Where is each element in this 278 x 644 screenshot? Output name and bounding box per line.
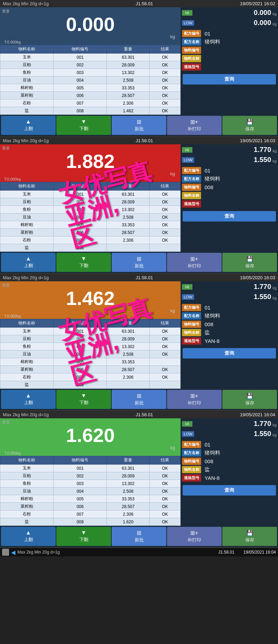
info-btn-0[interactable]: 配方编号 (182, 167, 201, 174)
action-btn-保存[interactable]: 💾 保存 (222, 116, 277, 135)
info-btn-3[interactable]: 物料名称 (182, 55, 201, 62)
tare-label: T:0.000kg (3, 177, 178, 181)
cell-7-0: 盐 (0, 107, 54, 115)
cell-6-2: 2.306 (107, 510, 150, 518)
cell-0-1: 001 (54, 465, 107, 472)
btn-label-1: 下翻 (79, 263, 88, 269)
action-btn-下翻[interactable]: ▼ 下翻 (56, 390, 111, 409)
table-row: 菜籽粕00628.507OK (0, 366, 181, 373)
action-btn-补打印[interactable]: ⊞+ 补打印 (167, 253, 222, 272)
cell-2-3: OK (150, 343, 181, 351)
right-panel: HI 1.770 kg LOW 1.550 kg 配方编号01配方名称猪饲料物料… (181, 144, 278, 252)
action-btn-上翻[interactable]: ▲ 上翻 (1, 253, 56, 272)
info-value-0: 01 (202, 168, 211, 174)
query-button[interactable]: 查询 (183, 74, 276, 84)
cell-5-1: 006 (54, 366, 107, 373)
info-btn-1[interactable]: 配方名称 (182, 175, 201, 183)
btn-label-2: 新批 (135, 126, 144, 132)
action-btn-保存[interactable]: 💾 保存 (222, 527, 277, 546)
table-row: 棉籽粕00533.353OK (0, 84, 181, 92)
action-btn-补打印[interactable]: ⊞+ 补打印 (167, 390, 222, 409)
low-value: 0.000 (194, 19, 272, 27)
action-btn-上翻[interactable]: ▲ 上翻 (1, 390, 56, 409)
cell-7-2 (107, 381, 150, 389)
low-unit: kg (272, 433, 277, 438)
cell-6-3: OK (150, 99, 181, 107)
info-btn-1[interactable]: 配方名称 (182, 312, 201, 320)
action-btn-新批[interactable]: ⊞ 新批 (112, 527, 166, 546)
hi-row: HI 1.770 kg (182, 420, 277, 428)
header-center: J1.58.01 (136, 138, 153, 143)
hi-label: HI (182, 10, 192, 16)
cell-2-0: 鱼粉 (0, 480, 54, 488)
cell-1-1: 002 (54, 472, 107, 480)
btn-label-0: 上翻 (24, 126, 33, 132)
btn-label-4: 保存 (245, 263, 254, 269)
query-button[interactable]: 查询 (183, 485, 276, 496)
info-btn-2[interactable]: 物料编号 (182, 47, 201, 54)
action-btn-新批[interactable]: ⊞ 新批 (112, 116, 166, 135)
split-area: 重量 1.882 kg T:0.000kg 物料名称物料编号重量结果玉米0016… (0, 144, 278, 252)
low-value: 1.550 (194, 293, 272, 301)
table-row: 棉籽粕00533.353OK (0, 495, 181, 503)
info-btn-4[interactable]: 规格型号 (182, 200, 201, 208)
split-area: 重量 1.462 kg T:0.000kg 物料名称物料编号重量结果玉米0016… (0, 281, 278, 389)
action-btn-上翻[interactable]: ▲ 上翻 (1, 116, 56, 135)
info-btn-0[interactable]: 配方编号 (182, 30, 201, 37)
table-row: 盐008 (0, 244, 181, 252)
info-btn-1[interactable]: 配方名称 (182, 449, 201, 457)
cell-0-2: 63.301 (107, 54, 150, 61)
info-btn-4[interactable]: 规格型号 (182, 474, 201, 482)
right-panel: HI 1.770 kg LOW 1.550 kg 配方编号01配方名称猪饲料物料… (181, 418, 278, 526)
cell-1-0: 豆粕 (0, 335, 54, 343)
data-table: 物料名称物料编号重量结果玉米00163.301OK豆粕00228.009OK鱼粉… (0, 319, 181, 389)
action-btn-补打印[interactable]: ⊞+ 补打印 (167, 527, 222, 546)
btn-icon-0: ▲ (26, 530, 31, 536)
action-btn-上翻[interactable]: ▲ 上翻 (1, 527, 56, 546)
info-btn-3[interactable]: 物料名称 (182, 192, 201, 199)
info-value-0: 01 (202, 442, 211, 448)
info-btn-4[interactable]: 规格型号 (182, 337, 201, 345)
info-btn-0[interactable]: 配方编号 (182, 441, 201, 448)
info-btn-2[interactable]: 物料编号 (182, 321, 201, 328)
info-btn-2[interactable]: 物料编号 (182, 184, 201, 191)
cell-3-2: 2.508 (107, 351, 150, 358)
cell-5-1: 006 (54, 503, 107, 510)
cell-4-3: OK (150, 495, 181, 503)
action-btn-下翻[interactable]: ▼ 下翻 (56, 116, 111, 135)
info-btn-2[interactable]: 物料编号 (182, 458, 201, 465)
info-btn-1[interactable]: 配方名称 (182, 38, 201, 46)
btn-icon-0: ▲ (26, 393, 31, 399)
action-btn-保存[interactable]: 💾 保存 (222, 390, 277, 409)
status-icon (2, 549, 9, 556)
cell-0-3: OK (150, 191, 181, 198)
info-panel: 配方编号01配方名称猪饲料物料编号008物料名称规格型号 (182, 166, 277, 209)
action-btn-新批[interactable]: ⊞ 新批 (112, 253, 166, 272)
low-value: 1.550 (194, 430, 272, 438)
cell-1-1: 002 (54, 198, 107, 206)
info-value-1: 猪饲料 (202, 176, 220, 182)
action-btn-下翻[interactable]: ▼ 下翻 (56, 253, 111, 272)
info-btn-0[interactable]: 配方编号 (182, 304, 201, 311)
cell-3-2: 2.508 (107, 77, 150, 84)
action-btn-补打印[interactable]: ⊞+ 补打印 (167, 116, 222, 135)
table-row: 豆油0042.508OK (0, 488, 181, 495)
info-value-3: 盐 (202, 329, 210, 336)
info-row-1: 配方名称猪饲料 (182, 449, 277, 457)
cell-1-3: OK (150, 335, 181, 343)
left-content: 重量 0.000 kg T:0.000kg 物料名称物料编号重量结果玉米0016… (0, 7, 181, 115)
cell-5-3: OK (150, 92, 181, 99)
btn-label-2: 新批 (135, 537, 144, 543)
info-btn-4[interactable]: 规格型号 (182, 63, 201, 71)
info-btn-3[interactable]: 物料名称 (182, 466, 201, 473)
action-btn-下翻[interactable]: ▼ 下翻 (56, 527, 111, 546)
query-button[interactable]: 查询 (183, 211, 276, 222)
btn-icon-1: ▼ (81, 256, 87, 262)
info-btn-3[interactable]: 物料名称 (182, 329, 201, 336)
cell-5-2: 28.507 (107, 229, 150, 236)
query-button[interactable]: 查询 (183, 348, 276, 359)
cell-0-1: 001 (54, 54, 107, 61)
action-btn-新批[interactable]: ⊞ 新批 (112, 390, 166, 409)
action-btn-保存[interactable]: 💾 保存 (222, 253, 277, 272)
table-row: 豆粕00228.009OK (0, 198, 181, 206)
